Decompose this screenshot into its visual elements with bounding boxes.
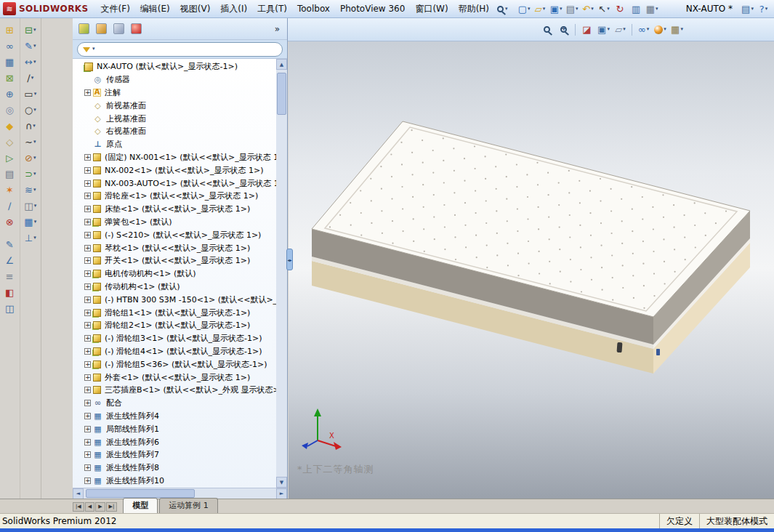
expand-icon[interactable]: + (84, 413, 91, 419)
camera-views-button[interactable]: ◫ (2, 301, 17, 316)
sketch-button[interactable]: ✎▾ (23, 39, 38, 54)
expand-icon[interactable]: + (84, 193, 91, 199)
displaymanager-tab[interactable] (129, 22, 143, 36)
tree-item[interactable]: +三芯插座B<1> (默认<<默认>_外观 显示状态> (74, 384, 276, 397)
tree-item[interactable]: ◇上视基准面 (74, 112, 276, 125)
graphics-viewport[interactable]: X *上下二等角轴测 (289, 18, 774, 499)
line-button[interactable]: ∕▾ (23, 70, 38, 86)
layout-button[interactable]: ⊟▾ (23, 23, 38, 38)
tree-item[interactable]: +▦派生线性阵列10 (74, 475, 276, 488)
task-pane-button[interactable]: ▤▾ (740, 1, 755, 17)
tree-item[interactable]: +▦派生线性阵列8 (74, 462, 276, 475)
move-component-button[interactable]: ⊕ (2, 86, 17, 102)
expand-icon[interactable]: + (84, 89, 91, 96)
tree-item[interactable]: +∞配合 (74, 397, 276, 410)
first-tab-button[interactable]: |◀ (73, 502, 84, 512)
zoom-area-button[interactable] (556, 22, 571, 37)
expand-icon[interactable]: + (84, 322, 91, 329)
explode-line-sketch-button[interactable]: ∕ (2, 198, 17, 214)
scrollbar-track[interactable] (276, 70, 287, 477)
scroll-right-button[interactable]: ► (276, 488, 287, 499)
expand-icon[interactable]: + (84, 310, 91, 316)
file-properties-button[interactable]: ▥ (629, 1, 644, 17)
reference-geometry-button[interactable]: ◇ (2, 134, 17, 150)
prev-tab-button[interactable]: ◀ (85, 502, 94, 512)
print-button[interactable]: ▤▾ (565, 1, 580, 17)
scroll-left-button[interactable]: ◄ (73, 488, 84, 499)
section-view-button[interactable]: ◪ (579, 22, 594, 37)
view-orientation-button[interactable]: ▣▾ (596, 22, 611, 37)
orientation-triad[interactable]: X (302, 408, 342, 450)
tree-item[interactable]: +▦派生线性阵列4 (74, 410, 276, 423)
expand-icon[interactable]: + (84, 335, 91, 342)
featuremanager-tab[interactable] (77, 22, 91, 36)
tree-item[interactable]: +床垫<1> (默认<<默认>_显示状态 1>) (74, 203, 276, 216)
mass-properties-button[interactable]: ≡ (2, 269, 17, 284)
expand-icon[interactable]: + (84, 206, 91, 212)
tree-item[interactable]: +滑轮座<1> (默认<<默认>_显示状态 1>) (74, 190, 276, 203)
tree-item[interactable]: ◎传感器 (74, 73, 276, 86)
tree-item[interactable]: +滑轮组2<1> (默认<默认_显示状态-1>) (74, 319, 276, 332)
expand-icon[interactable]: + (84, 361, 91, 368)
tree-item[interactable]: +(-) 滑轮组5<36> (默认<默认_显示状态-1>) (74, 358, 276, 371)
save-button[interactable]: ▣▾ (549, 1, 564, 17)
configurationmanager-tab[interactable] (112, 22, 126, 36)
tree-item[interactable]: +弹簧包<1> (默认) (74, 216, 276, 229)
new-motion-study-button[interactable]: ▷ (2, 150, 17, 166)
tree-vertical-scrollbar[interactable]: ▲ ▼ (276, 59, 287, 488)
tree-item[interactable]: +▦派生线性阵列6 (74, 435, 276, 448)
expand-icon[interactable]: + (84, 400, 91, 406)
document-tab[interactable]: 模型 (123, 498, 158, 513)
menu-item[interactable]: 工具(T) (252, 1, 292, 17)
exploded-view-button[interactable]: ✶ (2, 182, 17, 198)
panel-splitter[interactable]: ◂▸ (286, 249, 293, 270)
tree-item[interactable]: +NX-003-AUTO<1> (默认<<默认>_显示状态 1>) (74, 177, 276, 190)
display-style-button[interactable]: ▱▾ (613, 22, 628, 37)
expand-icon[interactable]: + (84, 387, 91, 393)
open-button[interactable]: ▱▾ (533, 1, 548, 17)
hide-show-items-button[interactable]: ∞▾ (636, 22, 651, 37)
interference-detection-button[interactable]: ⊗ (2, 214, 17, 230)
tree-item[interactable]: +传动机构<1> (默认) (74, 281, 276, 294)
menu-item[interactable]: 视图(V) (175, 1, 216, 17)
tree-item[interactable]: +琴枕<1> (默认<<默认>_显示状态 1>) (74, 241, 276, 254)
insert-component-button[interactable]: ⊞ (2, 23, 17, 38)
menu-item[interactable]: PhotoView 360 (335, 1, 410, 16)
expand-icon[interactable]: + (84, 426, 91, 432)
last-tab-button[interactable]: ▶| (106, 502, 118, 512)
linear-sketch-pattern-button[interactable]: ▦▾ (23, 214, 38, 230)
circle-button[interactable]: ○▾ (23, 102, 38, 118)
expand-icon[interactable]: + (84, 297, 91, 303)
tree-item[interactable]: +电机传动机构<1> (默认) (74, 267, 276, 281)
tree-item[interactable]: ◇右视基准面 (74, 125, 276, 138)
menu-item[interactable]: 文件(F) (96, 1, 135, 17)
tree-item[interactable]: +(-) 滑轮组4<1> (默认<默认_显示状态-1>) (74, 345, 276, 358)
tree-horizontal-scrollbar[interactable]: ◄ ► (73, 488, 287, 499)
expand-icon[interactable]: + (84, 257, 91, 264)
tree-item[interactable]: +外套<1> (默认<<默认>_显示状态 1>) (74, 371, 276, 384)
expand-icon[interactable]: + (84, 167, 91, 174)
menu-item[interactable]: 编辑(E) (135, 1, 175, 17)
expand-icon[interactable]: + (84, 283, 91, 290)
menu-item[interactable]: 插入(I) (215, 1, 252, 17)
propertymanager-tab[interactable] (94, 22, 108, 36)
tree-item[interactable]: +滑轮组1<1> (默认<默认_显示状态-1>) (74, 306, 276, 319)
tree-item[interactable]: +(-) HTBN 300 S3M -150<1> (默认<<默认>_外 (74, 293, 276, 306)
expand-icon[interactable]: + (84, 154, 91, 161)
mattress-model[interactable] (312, 121, 750, 374)
expand-icon[interactable]: + (84, 219, 91, 225)
new-button[interactable]: ▢▾ (517, 1, 532, 17)
next-tab-button[interactable]: ▶ (95, 502, 105, 512)
rebuild-button[interactable]: ↻ (613, 1, 628, 17)
mirror-entities-button[interactable]: ◫▾ (23, 198, 38, 214)
options-button[interactable]: ▦▾ (645, 1, 660, 17)
expand-icon[interactable]: + (84, 374, 91, 381)
menu-item[interactable]: 帮助(H) (453, 1, 494, 17)
tree-item[interactable]: ⊥原点 (74, 138, 276, 151)
scroll-down-button[interactable]: ▼ (276, 477, 287, 488)
chevron-down-icon[interactable]: ▾ (92, 47, 95, 52)
expand-icon[interactable]: + (84, 348, 91, 355)
expand-icon[interactable]: + (84, 439, 91, 446)
edit-appearance-button[interactable]: ▾ (653, 22, 668, 37)
assembly-features-button[interactable]: ◆ (2, 118, 17, 134)
